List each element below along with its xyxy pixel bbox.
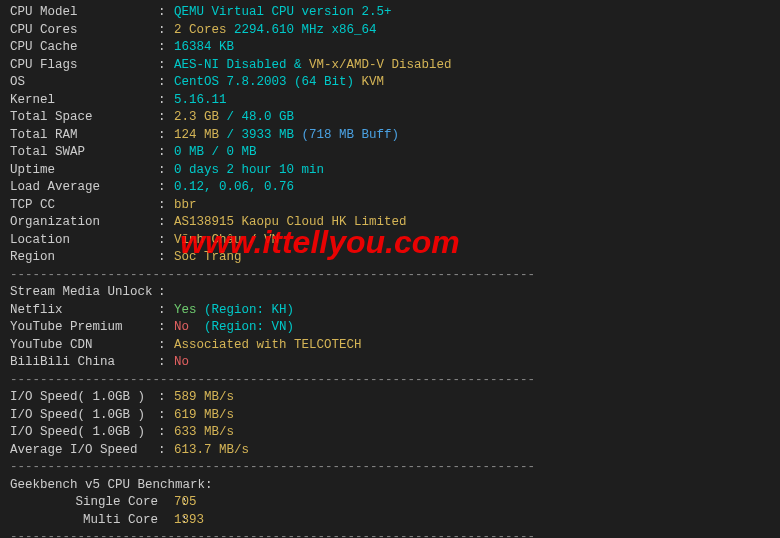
label-io-1: I/O Speed( 1.0GB ) bbox=[10, 389, 158, 407]
row-cpu-cores: CPU Cores: 2 Cores 2294.610 MHz x86_64 bbox=[10, 22, 770, 40]
row-bilibili: BiliBili China: No bbox=[10, 354, 770, 372]
value-cpu-flags-aes: AES-NI Disabled bbox=[174, 58, 287, 72]
row-total-ram: Total RAM: 124 MB / 3933 MB (718 MB Buff… bbox=[10, 127, 770, 145]
value-location: Vĩnh Châu / VN bbox=[174, 233, 279, 247]
value-geekbench-single: 705 bbox=[174, 495, 197, 509]
label-os: OS bbox=[10, 74, 158, 92]
label-organization: Organization bbox=[10, 214, 158, 232]
label-io-2: I/O Speed( 1.0GB ) bbox=[10, 407, 158, 425]
value-cpu-flags-vmx: VM-x/AMD-V Disabled bbox=[309, 58, 452, 72]
row-organization: Organization: AS138915 Kaopu Cloud HK Li… bbox=[10, 214, 770, 232]
value-cpu-cores-count: 2 Cores bbox=[174, 23, 227, 37]
row-cpu-model: CPU Model: QEMU Virtual CPU version 2.5+ bbox=[10, 4, 770, 22]
value-space-used: 2.3 GB bbox=[174, 110, 219, 124]
label-geekbench-multi: Multi Core bbox=[70, 512, 158, 530]
row-geekbench-single: Single Core : 705 bbox=[10, 494, 770, 512]
value-kernel: 5.16.11 bbox=[174, 93, 227, 107]
value-ram-total: 3933 MB bbox=[242, 128, 295, 142]
row-youtube-premium: YouTube Premium: No (Region: VN) bbox=[10, 319, 770, 337]
row-region: Region: Sóc Trăng bbox=[10, 249, 770, 267]
value-ram-buff: (718 MB Buff) bbox=[294, 128, 399, 142]
label-stream-header: Stream Media Unlock bbox=[10, 284, 158, 302]
value-swap-total: 0 MB bbox=[227, 145, 257, 159]
value-tcp-cc: bbr bbox=[174, 198, 197, 212]
row-kernel: Kernel: 5.16.11 bbox=[10, 92, 770, 110]
value-netflix-status: Yes bbox=[174, 303, 197, 317]
label-tcp-cc: TCP CC bbox=[10, 197, 158, 215]
divider: ----------------------------------------… bbox=[10, 529, 770, 538]
label-cpu-model: CPU Model bbox=[10, 4, 158, 22]
label-uptime: Uptime bbox=[10, 162, 158, 180]
row-total-swap: Total SWAP: 0 MB / 0 MB bbox=[10, 144, 770, 162]
value-load-avg: 0.12, 0.06, 0.76 bbox=[174, 180, 294, 194]
row-load-avg: Load Average: 0.12, 0.06, 0.76 bbox=[10, 179, 770, 197]
label-bilibili: BiliBili China bbox=[10, 354, 158, 372]
value-organization: AS138915 Kaopu Cloud HK Limited bbox=[174, 215, 407, 229]
label-cpu-cache: CPU Cache bbox=[10, 39, 158, 57]
label-region: Region bbox=[10, 249, 158, 267]
row-tcp-cc: TCP CC: bbr bbox=[10, 197, 770, 215]
value-netflix-region: (Region: KH) bbox=[197, 303, 295, 317]
row-stream-header: Stream Media Unlock: bbox=[10, 284, 770, 302]
value-io-2: 619 MB/s bbox=[174, 408, 234, 422]
row-geekbench-header: Geekbench v5 CPU Benchmark: bbox=[10, 477, 770, 495]
label-youtube-premium: YouTube Premium bbox=[10, 319, 158, 337]
divider: ----------------------------------------… bbox=[10, 372, 770, 390]
value-swap-used: 0 MB bbox=[174, 145, 204, 159]
row-uptime: Uptime: 0 days 2 hour 10 min bbox=[10, 162, 770, 180]
label-io-avg: Average I/O Speed bbox=[10, 442, 158, 460]
label-total-ram: Total RAM bbox=[10, 127, 158, 145]
label-total-space: Total Space bbox=[10, 109, 158, 127]
value-ram-used: 124 MB bbox=[174, 128, 219, 142]
value-geekbench-multi: 1393 bbox=[174, 513, 204, 527]
label-netflix: Netflix bbox=[10, 302, 158, 320]
value-cpu-cache: 16384 KB bbox=[174, 40, 234, 54]
row-io-3: I/O Speed( 1.0GB ): 633 MB/s bbox=[10, 424, 770, 442]
row-geekbench-multi: Multi Core : 1393 bbox=[10, 512, 770, 530]
label-cpu-flags: CPU Flags bbox=[10, 57, 158, 75]
divider: ----------------------------------------… bbox=[10, 459, 770, 477]
value-os-virt: KVM bbox=[354, 75, 384, 89]
label-geekbench-header: Geekbench v5 CPU Benchmark: bbox=[10, 478, 213, 492]
value-cpu-cores-freq: 2294.610 MHz x86_64 bbox=[227, 23, 377, 37]
value-cpu-model: QEMU Virtual CPU version 2.5+ bbox=[174, 5, 392, 19]
value-space-total: 48.0 GB bbox=[242, 110, 295, 124]
row-youtube-cdn: YouTube CDN: Associated with TELCOTECH bbox=[10, 337, 770, 355]
value-io-3: 633 MB/s bbox=[174, 425, 234, 439]
row-total-space: Total Space: 2.3 GB / 48.0 GB bbox=[10, 109, 770, 127]
label-io-3: I/O Speed( 1.0GB ) bbox=[10, 424, 158, 442]
row-location: Location: Vĩnh Châu / VN bbox=[10, 232, 770, 250]
row-os: OS: CentOS 7.8.2003 (64 Bit) KVM bbox=[10, 74, 770, 92]
value-youtube-premium-status: No bbox=[174, 320, 197, 334]
value-io-1: 589 MB/s bbox=[174, 390, 234, 404]
row-cpu-flags: CPU Flags: AES-NI Disabled & VM-x/AMD-V … bbox=[10, 57, 770, 75]
label-load-avg: Load Average bbox=[10, 179, 158, 197]
value-os-distro: CentOS 7.8.2003 (64 Bit) bbox=[174, 75, 354, 89]
value-io-avg: 613.7 MB/s bbox=[174, 443, 249, 457]
divider: ----------------------------------------… bbox=[10, 267, 770, 285]
row-io-2: I/O Speed( 1.0GB ): 619 MB/s bbox=[10, 407, 770, 425]
label-location: Location bbox=[10, 232, 158, 250]
label-youtube-cdn: YouTube CDN bbox=[10, 337, 158, 355]
row-cpu-cache: CPU Cache: 16384 KB bbox=[10, 39, 770, 57]
value-youtube-premium-region: (Region: VN) bbox=[197, 320, 295, 334]
label-cpu-cores: CPU Cores bbox=[10, 22, 158, 40]
value-uptime: 0 days 2 hour 10 min bbox=[174, 163, 324, 177]
value-youtube-cdn: Associated with TELCOTECH bbox=[174, 338, 362, 352]
value-region: Sóc Trăng bbox=[174, 250, 242, 264]
label-geekbench-single: Single Core bbox=[70, 494, 158, 512]
label-total-swap: Total SWAP bbox=[10, 144, 158, 162]
row-io-avg: Average I/O Speed: 613.7 MB/s bbox=[10, 442, 770, 460]
row-netflix: Netflix: Yes (Region: KH) bbox=[10, 302, 770, 320]
row-io-1: I/O Speed( 1.0GB ): 589 MB/s bbox=[10, 389, 770, 407]
value-bilibili-status: No bbox=[174, 355, 189, 369]
label-kernel: Kernel bbox=[10, 92, 158, 110]
